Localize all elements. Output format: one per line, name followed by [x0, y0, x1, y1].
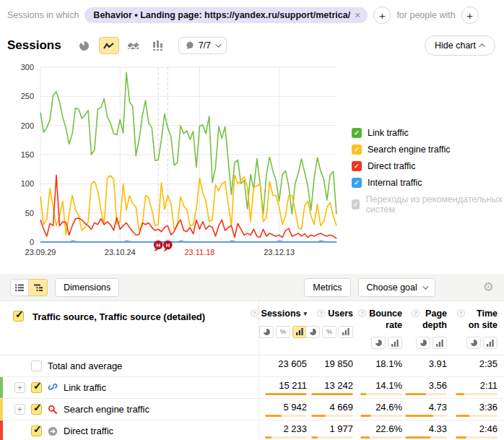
view-mode-segmented-control	[10, 279, 48, 296]
row-metric-cells: 5 9424 66924.6%4.733:36	[258, 399, 504, 420]
pie-toggle-button[interactable]	[371, 337, 386, 349]
row-label[interactable]: Direct traffic	[64, 426, 113, 436]
segment-chip[interactable]: Behavior • Landing page: https://yandex.…	[84, 7, 368, 23]
pie-toggle-button[interactable]	[416, 337, 430, 349]
list-view-icon	[14, 283, 25, 292]
dimensions-button[interactable]: Dimensions	[55, 278, 119, 297]
pie-chart-icon	[79, 40, 90, 51]
help-icon[interactable]: ?	[412, 309, 420, 317]
pie-icon	[264, 329, 270, 335]
for-people-with-label: for people with	[396, 10, 455, 20]
legend-checkbox[interactable]: ✓	[352, 128, 362, 138]
svg-text:Н: Н	[166, 242, 170, 249]
metric-value: 3.91	[429, 358, 447, 369]
column-label: Time on site	[468, 309, 498, 331]
pie-toggle-button[interactable]	[259, 326, 274, 338]
percent-icon: %	[326, 328, 332, 335]
row-label[interactable]: Link traffic	[64, 382, 106, 393]
x-tick-label: 23.11.18	[184, 248, 214, 256]
close-icon[interactable]: ×	[355, 12, 360, 19]
sessions-chart[interactable]: 05010015020025030023.09.2923.10.2423.11.…	[10, 60, 349, 264]
bars-toggle-button[interactable]	[292, 326, 307, 338]
chevron-down-icon	[422, 283, 428, 289]
row-label[interactable]: Search engine traffic	[64, 404, 149, 415]
choose-goal-button[interactable]: Choose goal	[358, 278, 435, 297]
help-icon[interactable]: ?	[358, 309, 366, 317]
pie-toggle-button[interactable]	[305, 326, 320, 338]
y-tick-label: 200	[21, 121, 34, 130]
plus-icon: +	[466, 9, 473, 22]
expand-row-button[interactable]: +	[14, 404, 25, 415]
hide-chart-button[interactable]: Hide chart	[425, 35, 495, 56]
bars-toggle-button[interactable]	[339, 326, 353, 338]
comment-marker[interactable]: Н	[163, 241, 173, 251]
metrics-button[interactable]: Metrics	[304, 278, 350, 297]
hide-chart-label: Hide chart	[435, 40, 476, 51]
table-header: Traffic source, Traffic source (detailed…	[0, 301, 504, 355]
legend-checkbox[interactable]: ✓	[352, 144, 362, 155]
row-dimension-cell: Direct traffic	[0, 420, 258, 440]
legend-item[interactable]: ✓Internal traffic	[352, 178, 504, 188]
chart-type-line-button[interactable]	[99, 37, 119, 54]
chart-type-area-button[interactable]	[123, 37, 144, 54]
metric-value: 22.6%	[375, 423, 402, 434]
legend-checkbox[interactable]: ✓	[352, 178, 362, 188]
chevron-down-icon	[215, 41, 221, 47]
chart-type-columns-button[interactable]	[148, 37, 168, 54]
column-label: Bounce rate	[369, 309, 402, 331]
legend-item[interactable]: ✓Direct traffic	[352, 161, 504, 171]
row-metric-cells: 15 21113 24214.1%3.562:11	[258, 377, 504, 398]
column-sort-control[interactable]: ?Users	[317, 309, 353, 320]
metric-bar	[405, 436, 447, 439]
comments-dropdown[interactable]: 7/7	[178, 37, 227, 54]
y-tick-label: 100	[21, 179, 34, 188]
metric-cell: 1 977	[314, 420, 360, 440]
pie-toggle-button[interactable]	[466, 337, 481, 349]
column-sort-control[interactable]: ?Time on site	[457, 309, 498, 331]
column-sort-control[interactable]: ?Sessions▾	[251, 309, 307, 320]
chart-header: Sessions 7/7 Hide chart	[0, 27, 504, 60]
bars-toggle-button[interactable]	[433, 337, 447, 349]
column-sort-control[interactable]: ?Page depth	[412, 309, 447, 331]
metric-cell: 22.6%	[360, 420, 409, 440]
bars-toggle-button[interactable]	[483, 337, 498, 349]
metric-cell: 18.1%	[360, 355, 409, 376]
row-checkbox[interactable]	[31, 404, 42, 415]
legend-label: Переходы из рекомендательных систем	[365, 194, 504, 215]
link-icon	[48, 383, 58, 393]
metric-bar	[360, 436, 402, 439]
chart-type-pie-button[interactable]	[74, 37, 95, 54]
list-view-button[interactable]	[10, 279, 29, 296]
help-icon[interactable]: ?	[251, 309, 258, 317]
row-checkbox[interactable]	[31, 426, 42, 436]
row-checkbox[interactable]	[31, 361, 42, 371]
row-dimension-cell: Total and average	[0, 355, 258, 376]
comment-marker[interactable]: Н	[154, 241, 163, 251]
table-row: +Link traffic15 21113 24214.1%3.562:11	[0, 377, 504, 399]
bars-toggle-button[interactable]	[388, 337, 402, 349]
legend-item[interactable]: ✓Link traffic	[352, 128, 504, 138]
gear-icon[interactable]: ⚙	[483, 281, 494, 293]
percent-toggle-button[interactable]: %	[276, 326, 290, 338]
percent-toggle-button[interactable]: %	[322, 326, 336, 338]
expand-row-button[interactable]: +	[14, 382, 25, 393]
add-people-condition-button[interactable]: +	[461, 7, 479, 24]
metric-cell: 2:35	[454, 355, 504, 376]
select-all-checkbox[interactable]	[13, 311, 24, 322]
x-tick-label: 23.12.13	[264, 248, 295, 256]
legend-item[interactable]: ✓Search engine traffic	[352, 144, 504, 155]
metric-cell: 4.73	[409, 399, 454, 420]
legend-checkbox[interactable]: ✓	[352, 161, 362, 171]
help-icon[interactable]: ?	[457, 309, 465, 317]
metric-cell: 23 605	[259, 355, 314, 376]
row-color-stripe	[0, 377, 3, 398]
table-row: +Search engine traffic5 9424 66924.6%4.7…	[0, 399, 504, 420]
tree-view-button[interactable]	[29, 279, 48, 296]
pie-icon	[471, 340, 477, 346]
column-sort-control[interactable]: ?Bounce rate	[358, 309, 402, 331]
row-checkbox[interactable]	[31, 382, 42, 393]
help-icon[interactable]: ?	[317, 309, 325, 317]
add-segment-condition-button[interactable]: +	[373, 7, 391, 24]
segment-chip-text: Behavior • Landing page: https://yandex.…	[93, 10, 350, 20]
metric-value: 2:11	[480, 380, 498, 391]
